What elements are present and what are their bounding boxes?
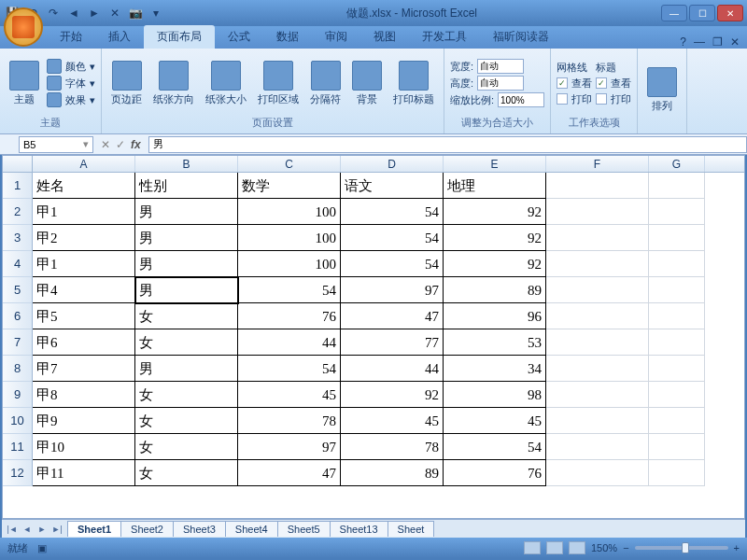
cell[interactable]: 98	[444, 382, 546, 408]
cell[interactable]: 54	[238, 356, 341, 382]
close-workbook-icon[interactable]: ✕	[730, 35, 740, 49]
cell[interactable]: 97	[238, 434, 341, 460]
theme-effects[interactable]: 效果 ▾	[47, 92, 95, 107]
cell[interactable]: 数学	[238, 173, 341, 199]
cell[interactable]: 甲2	[33, 225, 135, 251]
first-sheet-icon[interactable]: |◄	[6, 523, 19, 536]
cell[interactable]: 男	[135, 277, 238, 303]
cell[interactable]: 76	[238, 303, 341, 329]
cell[interactable]: 男	[135, 251, 238, 277]
cell[interactable]: 97	[341, 277, 444, 303]
cell[interactable]	[546, 303, 649, 329]
cell[interactable]: 44	[341, 356, 444, 382]
cell[interactable]: 77	[341, 329, 444, 356]
cell[interactable]: 78	[341, 434, 444, 460]
cell[interactable]: 女	[135, 329, 238, 356]
cell[interactable]: 语文	[341, 173, 444, 199]
width-combo[interactable]	[477, 59, 524, 74]
zoom-in-button[interactable]: +	[734, 542, 740, 553]
cell[interactable]: 34	[444, 356, 546, 382]
cell[interactable]	[649, 251, 705, 277]
size-button[interactable]: 纸张大小	[202, 59, 250, 108]
cell[interactable]	[546, 173, 649, 199]
row-header[interactable]: 7	[3, 329, 33, 356]
cell[interactable]: 78	[238, 408, 341, 434]
cell[interactable]: 92	[341, 382, 444, 408]
ribbon-tab[interactable]: 审阅	[312, 25, 360, 49]
scale-spinner[interactable]	[498, 92, 544, 107]
prev-sheet-icon[interactable]: ◄	[21, 523, 34, 536]
row-header[interactable]: 1	[3, 173, 33, 199]
sheet-tab[interactable]: Sheet13	[330, 521, 388, 537]
cell[interactable]: 甲5	[33, 303, 135, 329]
cell[interactable]: 女	[135, 408, 238, 434]
row-header[interactable]: 3	[3, 225, 33, 251]
themes-button[interactable]: 主题	[6, 59, 43, 108]
qat-close-icon[interactable]: ✕	[106, 5, 123, 21]
zoom-level[interactable]: 150%	[591, 542, 617, 553]
ribbon-tab[interactable]: 视图	[360, 25, 409, 49]
accept-formula-icon[interactable]: ✓	[116, 138, 125, 151]
ribbon-tab[interactable]: 开始	[47, 25, 95, 49]
cell[interactable]	[546, 277, 649, 303]
cell[interactable]	[546, 225, 649, 251]
cell[interactable]	[649, 199, 705, 225]
ribbon-tab[interactable]: 福昕阅读器	[480, 25, 562, 49]
cell[interactable]: 甲1	[33, 251, 135, 277]
ribbon-tab[interactable]: 公式	[215, 25, 263, 49]
cell[interactable]	[546, 382, 649, 408]
cell[interactable]: 76	[444, 460, 546, 486]
breaks-button[interactable]: 分隔符	[306, 59, 345, 108]
cell[interactable]	[649, 382, 705, 408]
minimize-button[interactable]: —	[661, 5, 687, 21]
cell[interactable]: 甲1	[33, 199, 135, 225]
height-combo[interactable]	[477, 76, 524, 91]
headings-print-check[interactable]	[596, 93, 607, 105]
cell[interactable]: 44	[238, 329, 341, 356]
cell[interactable]	[546, 329, 649, 356]
cell[interactable]: 甲7	[33, 356, 135, 382]
cell[interactable]	[546, 251, 649, 277]
cell[interactable]: 47	[341, 303, 444, 329]
column-header[interactable]: E	[444, 156, 546, 172]
cell[interactable]: 45	[341, 408, 444, 434]
cell[interactable]: 92	[444, 225, 546, 251]
cell[interactable]: 甲6	[33, 329, 135, 356]
theme-colors[interactable]: 颜色 ▾	[47, 59, 95, 74]
cell[interactable]: 54	[238, 277, 341, 303]
column-header[interactable]: C	[238, 156, 341, 172]
sheet-tab[interactable]: Sheet2	[120, 521, 174, 537]
cell[interactable]	[546, 356, 649, 382]
cell[interactable]: 姓名	[33, 173, 135, 199]
cell[interactable]: 89	[341, 460, 444, 486]
zoom-out-button[interactable]: −	[623, 542, 628, 553]
cell[interactable]: 性别	[135, 173, 238, 199]
cell[interactable]	[649, 460, 705, 486]
ribbon-tab[interactable]: 开发工具	[409, 25, 480, 49]
cell[interactable]	[649, 277, 705, 303]
qat-dropdown-icon[interactable]: ▾	[148, 5, 164, 21]
row-header[interactable]: 8	[3, 356, 33, 382]
sheet-tab[interactable]: Sheet5	[277, 521, 331, 537]
formula-input[interactable]: 男	[148, 136, 747, 153]
macro-record-icon[interactable]: ▣	[37, 542, 47, 554]
arrange-button[interactable]: 排列	[643, 65, 681, 115]
cell[interactable]: 地理	[444, 173, 546, 199]
cell[interactable]: 女	[135, 303, 238, 329]
select-all-corner[interactable]	[3, 156, 33, 172]
ribbon-tab[interactable]: 数据	[263, 25, 312, 49]
theme-fonts[interactable]: 字体 ▾	[47, 76, 95, 91]
cell[interactable]: 54	[341, 199, 444, 225]
ribbon-tab[interactable]: 插入	[95, 25, 144, 49]
cell[interactable]	[649, 225, 705, 251]
cell[interactable]: 甲11	[33, 460, 135, 486]
column-header[interactable]: F	[546, 156, 649, 172]
row-header[interactable]: 2	[3, 199, 33, 225]
cell[interactable]	[546, 460, 649, 486]
fx-icon[interactable]: fx	[131, 138, 141, 151]
help-icon[interactable]: ?	[680, 35, 686, 49]
cell[interactable]	[649, 303, 705, 329]
cell[interactable]: 92	[444, 199, 546, 225]
row-header[interactable]: 6	[3, 303, 33, 329]
cell[interactable]: 100	[238, 199, 341, 225]
